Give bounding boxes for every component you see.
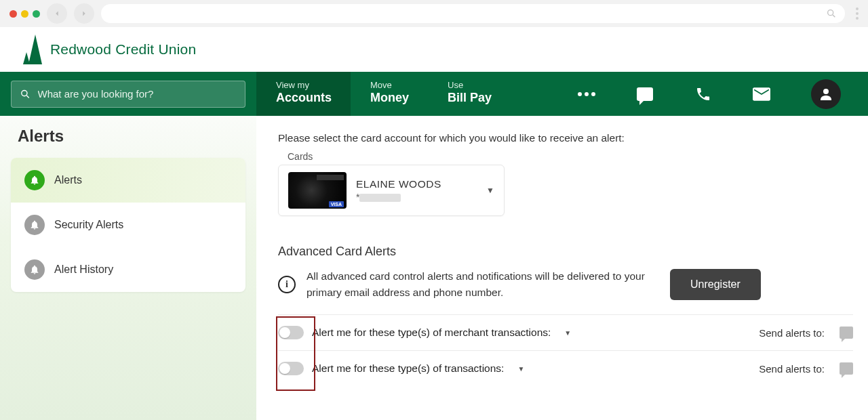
profile-avatar[interactable]	[811, 79, 841, 109]
nav-tab-pre: Use	[448, 80, 492, 91]
instruction-text: Please select the card account for which…	[278, 132, 853, 144]
search-icon	[20, 88, 31, 100]
primary-nav: View my Accounts Move Money Use Bill Pay	[0, 72, 868, 116]
nav-tab-main: Bill Pay	[448, 91, 492, 106]
nav-tab-accounts[interactable]: View my Accounts	[256, 72, 351, 116]
brand-name: Redwood Credit Union	[50, 41, 196, 58]
nav-tab-main: Accounts	[276, 91, 332, 106]
send-alerts-to-label: Send alerts to:	[759, 363, 825, 375]
forward-button[interactable]	[74, 3, 94, 24]
sidebar-title: Alerts	[11, 116, 245, 158]
chevron-down-icon: ▼	[486, 186, 494, 195]
nav-tab-billpay[interactable]: Use Bill Pay	[428, 72, 511, 116]
site-search-input[interactable]	[38, 88, 237, 100]
phone-icon[interactable]	[694, 85, 712, 103]
unregister-button[interactable]: Unregister	[670, 269, 761, 300]
sidebar-item-security-alerts[interactable]: Security Alerts	[11, 203, 245, 247]
svg-point-0	[828, 10, 833, 16]
mail-icon[interactable]	[753, 85, 770, 103]
sms-channel-icon[interactable]	[840, 362, 853, 375]
nav-tab-pre: Move	[370, 80, 409, 91]
card-masked-number: *0000	[356, 192, 477, 203]
toggle-transaction-types[interactable]	[278, 362, 304, 375]
more-menu-icon[interactable]	[578, 85, 595, 103]
address-bar[interactable]	[101, 4, 845, 23]
sidebar-item-label: Alert History	[54, 264, 113, 276]
chat-icon[interactable]	[636, 85, 654, 103]
brand-logo-icon	[23, 35, 42, 64]
minimize-window-icon[interactable]	[21, 10, 28, 18]
svg-line-1	[833, 15, 835, 17]
browser-chrome	[0, 0, 868, 27]
browser-menu-icon[interactable]	[852, 7, 859, 20]
alerts-sidebar: Alerts Alerts Security Alerts Alert Hist…	[0, 116, 256, 420]
window-controls	[9, 10, 40, 18]
bell-icon	[24, 215, 45, 235]
alert-row-label: Alert me for these type(s) of merchant t…	[312, 327, 551, 339]
nav-tab-main: Money	[370, 91, 409, 106]
svg-point-2	[22, 90, 27, 96]
cards-label: Cards	[288, 151, 853, 162]
info-icon: i	[278, 276, 296, 293]
dropdown-icon[interactable]: ▼	[517, 365, 524, 373]
sidebar-item-alert-history[interactable]: Alert History	[11, 247, 245, 292]
toggle-merchant-transactions[interactable]	[278, 326, 304, 339]
nav-tab-money[interactable]: Move Money	[351, 72, 428, 116]
send-alerts-to-label: Send alerts to:	[759, 327, 825, 339]
cardholder-name: ELAINE WOODS	[356, 178, 477, 190]
site-search[interactable]	[11, 81, 245, 108]
nav-tab-pre: View my	[276, 80, 332, 91]
card-image-icon	[288, 172, 347, 209]
card-account-selector[interactable]: ELAINE WOODS *0000 ▼	[278, 165, 505, 216]
alerts-content: Please select the card account for which…	[256, 116, 868, 420]
sidebar-item-alerts[interactable]: Alerts	[11, 158, 245, 203]
brand-header: Redwood Credit Union	[0, 27, 868, 72]
alert-row-merchant-types: Alert me for these type(s) of merchant t…	[278, 315, 853, 351]
alert-row-transaction-types: Alert me for these type(s) of transactio…	[278, 351, 853, 386]
alert-row-label: Alert me for these type(s) of transactio…	[312, 362, 504, 375]
advanced-alerts-title: Advanced Card Alerts	[278, 245, 853, 259]
search-icon	[826, 8, 837, 19]
svg-line-3	[26, 96, 28, 98]
sidebar-item-label: Alerts	[54, 174, 82, 186]
sms-channel-icon[interactable]	[840, 327, 853, 339]
back-button[interactable]	[47, 3, 67, 24]
advanced-info-text: All advanced card control alerts and not…	[307, 268, 659, 301]
maximize-window-icon[interactable]	[33, 10, 40, 18]
close-window-icon[interactable]	[9, 10, 17, 18]
sidebar-item-label: Security Alerts	[54, 219, 123, 231]
bell-icon	[24, 259, 45, 280]
svg-point-4	[823, 89, 829, 94]
dropdown-icon[interactable]: ▼	[564, 329, 571, 337]
bell-icon	[24, 170, 45, 190]
